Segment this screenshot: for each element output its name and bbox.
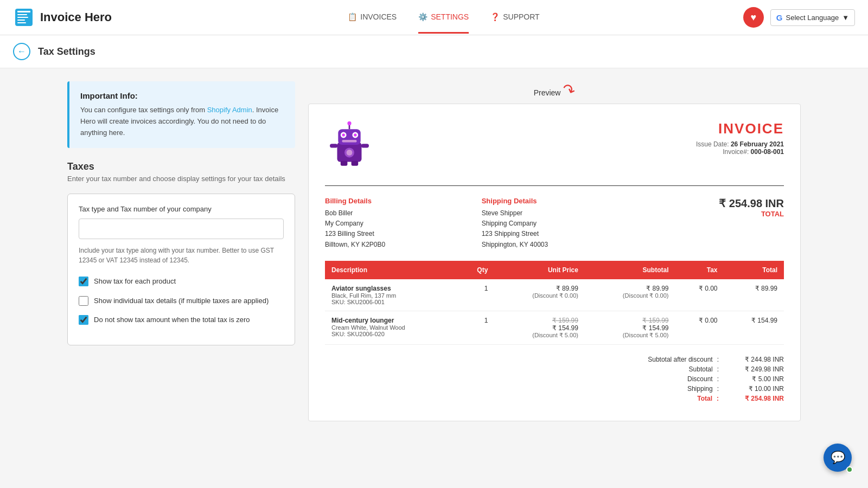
no-zero-tax-checkbox[interactable] (79, 315, 88, 325)
invoice-title-area: INVOICE Issue Date: 26 February 2021 Inv… (696, 120, 784, 156)
billing-city: Billtown, KY K2P0B0 (325, 240, 471, 250)
taxes-section: Taxes Enter your tax number and choose d… (67, 161, 295, 345)
col-qty: Qty (458, 261, 494, 279)
product-subtotal-1: ₹ 89.99 (Discount ₹ 0.00) (585, 279, 675, 311)
product-sub1-2: Cream White, Walnut Wood (331, 324, 451, 331)
product-description-1: Aviator sunglasses Black, Full Rim, 137 … (325, 279, 458, 311)
tax-form-box: Tax type and Tax number of your company … (67, 194, 295, 345)
right-panel: Preview ↷ (308, 81, 801, 421)
invoice-num-row: Invoice#: 000-08-001 (696, 148, 784, 156)
invoice-num-value: 000-08-001 (751, 148, 784, 156)
sub-header: ← Tax Settings (0, 35, 868, 68)
app-name: Invoice Hero (40, 10, 112, 24)
left-panel: Important Info: You can configure tax se… (67, 81, 295, 421)
product-qty-1: 1 (458, 279, 494, 311)
billing-name: Bob Biller (325, 208, 471, 219)
shipping-street: 123 Shipping Street (482, 229, 628, 239)
page-title: Tax Settings (38, 46, 95, 57)
svg-rect-1 (17, 11, 30, 12)
tax-number-input[interactable] (79, 219, 284, 239)
product-sku-1: SKU: SKU2006-001 (331, 299, 451, 305)
svg-point-11 (354, 133, 356, 136)
shipping-name: Steve Shipper (482, 208, 628, 219)
select-language-label: Select Language (786, 14, 839, 22)
invoice-num-label: Invoice#: (723, 148, 749, 156)
svg-rect-5 (17, 22, 26, 23)
billing-details: Billing Details Bob Biller My Company 12… (325, 197, 471, 250)
billing-heading: Billing Details (325, 197, 471, 205)
invoice-preview: INVOICE Issue Date: 26 February 2021 Inv… (308, 104, 801, 421)
totals-label-3: Discount (609, 375, 717, 383)
heart-icon: ♥ (751, 12, 757, 23)
svg-point-10 (342, 133, 345, 136)
back-button[interactable]: ← (13, 43, 30, 60)
billing-street: 123 Billing Street (325, 229, 471, 239)
svg-rect-17 (330, 144, 337, 147)
heart-button[interactable]: ♥ (743, 7, 764, 28)
product-sku-2: SKU: SKU2006-020 (331, 331, 451, 337)
checkbox-row-individual-tax: Show individual tax details (if multiple… (79, 296, 284, 306)
totals-label-2: Subtotal (609, 365, 717, 373)
shipping-details: Shipping Details Steve Shipper Shipping … (482, 197, 628, 250)
svg-rect-15 (341, 161, 348, 166)
col-total: Total (724, 261, 784, 279)
individual-tax-label: Show individual tax details (if multiple… (94, 296, 269, 306)
info-text: You can configure tax settings only from… (80, 105, 284, 138)
info-text-before: You can configure tax settings only from (80, 106, 207, 114)
product-total-2: ₹ 154.99 (724, 311, 784, 344)
header-right: ♥ G Select Language ▼ (743, 7, 855, 28)
issue-date-value: 26 February 2021 (731, 140, 784, 148)
svg-point-20 (347, 150, 353, 156)
svg-rect-3 (17, 17, 28, 18)
totals-colon-4: : (717, 385, 724, 393)
app-logo-icon (13, 7, 35, 28)
invoice-totals: Subtotal after discount : ₹ 244.98 INR S… (325, 356, 784, 402)
product-description-2: Mid-century lounger Cream White, Walnut … (325, 311, 458, 344)
totals-label-5: Total (608, 395, 717, 402)
tax-form-label: Tax type and Tax number of your company (79, 205, 284, 213)
main-nav: 📋 INVOICES ⚙️ SETTINGS ❓ SUPPORT (144, 2, 743, 34)
col-unit-price: Unit Price (494, 261, 585, 279)
preview-label-area: Preview ↷ (308, 81, 801, 99)
no-zero-tax-label: Do not show tax amount when the total ta… (94, 314, 250, 325)
issue-date-row: Issue Date: 26 February 2021 (696, 140, 784, 148)
individual-tax-checkbox[interactable] (79, 296, 88, 306)
nav-tab-support-label: SUPPORT (503, 12, 539, 21)
invoice-header: INVOICE Issue Date: 26 February 2021 Inv… (325, 120, 784, 169)
total-display-top: ₹ 254.98 INR TOTAL (638, 197, 784, 218)
totals-colon-2: : (717, 365, 724, 373)
product-qty-2: 1 (458, 311, 494, 344)
robot-logo-icon (325, 120, 374, 169)
taxes-heading: Taxes (67, 161, 295, 172)
svg-rect-4 (17, 20, 25, 21)
nav-tab-settings[interactable]: ⚙️ SETTINGS (418, 2, 469, 34)
totals-colon-5: : (717, 395, 724, 402)
invoice-divider (325, 185, 784, 186)
checkbox-row-no-zero-tax: Do not show tax amount when the total ta… (79, 314, 284, 325)
shipping-heading: Shipping Details (482, 197, 628, 205)
nav-tab-invoices[interactable]: 📋 INVOICES (348, 2, 397, 34)
totals-subtotal: Subtotal : ₹ 249.98 INR (325, 365, 784, 373)
select-language-button[interactable]: G Select Language ▼ (770, 9, 855, 26)
show-tax-checkbox[interactable] (79, 277, 88, 286)
product-total-1: ₹ 89.99 (724, 279, 784, 311)
nav-tab-support[interactable]: ❓ SUPPORT (490, 2, 539, 34)
main-content: Important Info: You can configure tax se… (54, 68, 814, 434)
total-label: TOTAL (638, 210, 784, 218)
totals-total: Total : ₹ 254.98 INR (325, 395, 784, 402)
nav-tab-invoices-label: INVOICES (360, 12, 397, 21)
shopify-admin-link[interactable]: Shopify Admin (207, 106, 252, 114)
svg-rect-14 (342, 140, 357, 143)
product-subtotal-2: ₹ 159.99 ₹ 154.99 (Discount ₹ 5.00) (585, 311, 675, 344)
info-box: Important Info: You can configure tax se… (67, 81, 295, 148)
settings-icon: ⚙️ (418, 12, 427, 21)
product-tax-2: ₹ 0.00 (675, 311, 724, 344)
totals-subtotal-after-discount: Subtotal after discount : ₹ 244.98 INR (325, 356, 784, 363)
taxes-subtitle: Enter your tax number and choose display… (67, 175, 295, 183)
table-row: Mid-century lounger Cream White, Walnut … (325, 311, 784, 344)
billing-company: My Company (325, 219, 471, 229)
table-header-row: Description Qty Unit Price Subtotal Tax … (325, 261, 784, 279)
svg-rect-16 (352, 161, 359, 166)
totals-discount: Discount : ₹ 5.00 INR (325, 375, 784, 383)
product-tax-1: ₹ 0.00 (675, 279, 724, 311)
